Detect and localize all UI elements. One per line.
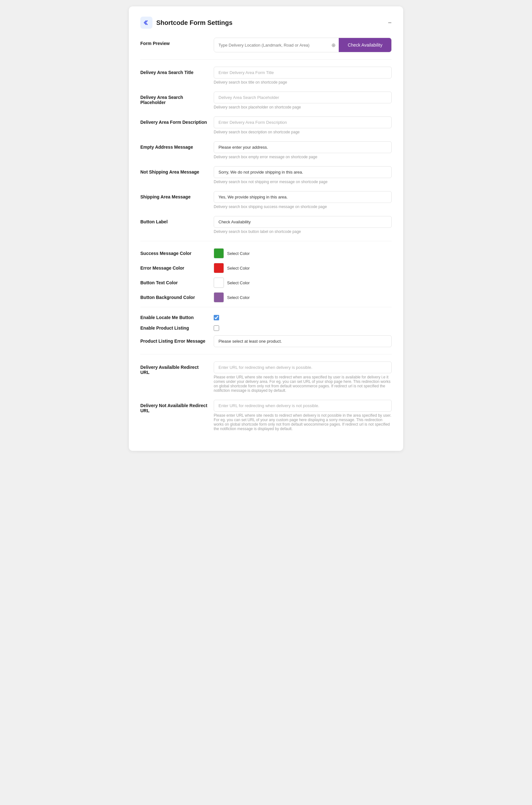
success-message-color-label: Success Message Color <box>140 251 207 256</box>
delivery-available-redirect-url-control: Please enter URL where site needs to red… <box>214 361 392 393</box>
button-background-color-label: Button Background Color <box>140 295 207 300</box>
preview-form: ⊕ Check Availability <box>214 38 392 52</box>
delivery-not-available-redirect-url-control: Please enter URL where site needs to red… <box>214 400 392 431</box>
location-icon: ⊕ <box>328 42 339 48</box>
preview-wrap-container: ⊕ Check Availability <box>214 38 392 52</box>
button-background-color-row: Button Background Color Select Color <box>140 292 392 302</box>
not-shipping-area-message-input[interactable] <box>214 166 392 178</box>
not-shipping-area-message-row: Not Shipping Area Message Delivery searc… <box>140 166 392 184</box>
button-background-color-swatch[interactable] <box>214 292 224 302</box>
divider-4 <box>140 354 392 355</box>
shipping-area-message-hint: Delivery search box shipping success mes… <box>214 205 392 209</box>
shipping-area-message-control: Delivery search box shipping success mes… <box>214 191 392 209</box>
enable-locate-me-button-row: Enable Locate Me Button <box>140 314 392 320</box>
page-title: Shortcode Form Settings <box>156 19 232 26</box>
shipping-area-message-row: Shipping Area Message Delivery search bo… <box>140 191 392 209</box>
delivery-available-redirect-url-label: Delivery Availalble Redirect URL <box>140 361 207 375</box>
delivery-not-available-redirect-url-hint: Please enter URL where site needs to red… <box>214 413 392 431</box>
button-label-control: Delivery search box button label on shor… <box>214 216 392 234</box>
product-listing-error-message-label: Product Listing Error Message <box>140 335 207 344</box>
product-listing-error-message-control <box>214 335 392 347</box>
shipping-area-message-input[interactable] <box>214 191 392 203</box>
delivery-area-form-description-row: Delivery Area Form Description Delivery … <box>140 116 392 134</box>
error-message-color-row: Error Message Color Select Color <box>140 263 392 273</box>
enable-product-listing-checkbox[interactable] <box>214 325 219 331</box>
not-shipping-area-message-label: Not Shipping Area Message <box>140 166 207 174</box>
error-color-select-button[interactable]: Select Color <box>227 266 250 270</box>
delivery-area-search-title-row: Delivey Area Search Title Delivery searc… <box>140 67 392 85</box>
empty-address-message-label: Empty Address Message <box>140 141 207 150</box>
error-message-color-control: Select Color <box>214 263 250 273</box>
delivery-area-search-placeholder-input[interactable] <box>214 92 392 104</box>
delivery-area-search-placeholder-control: Delivery search box placeholder on short… <box>214 92 392 109</box>
empty-address-message-control: Delivery search box empty error message … <box>214 141 392 159</box>
not-shipping-area-message-control: Delivery search box not shipping error m… <box>214 166 392 184</box>
button-text-color-control: Select Color <box>214 278 250 288</box>
divider-1 <box>140 59 392 60</box>
form-preview-label: Form Preview <box>140 38 207 46</box>
not-shipping-area-message-hint: Delivery search box not shipping error m… <box>214 180 392 184</box>
delivery-not-available-redirect-url-label: Delivery Not Availalble Redirect URL <box>140 400 207 413</box>
settings-card: Shortcode Form Settings − Form Preview ⊕… <box>129 6 403 451</box>
delivery-not-available-redirect-url-input[interactable] <box>214 400 392 412</box>
button-label-hint: Delivery search box button label on shor… <box>214 229 392 234</box>
error-message-color-label: Error Message Color <box>140 265 207 270</box>
delivery-area-search-placeholder-hint: Delivery search box placeholder on short… <box>214 105 392 109</box>
empty-address-message-hint: Delivery search box empty error message … <box>214 155 392 159</box>
button-text-color-select-button[interactable]: Select Color <box>227 280 250 285</box>
success-message-color-row: Success Message Color Select Color <box>140 248 392 259</box>
error-color-swatch[interactable] <box>214 263 224 273</box>
preview-search-input[interactable] <box>214 39 328 51</box>
divider-2 <box>140 241 392 241</box>
delivery-area-search-title-input[interactable] <box>214 67 392 78</box>
minimize-button[interactable]: − <box>388 19 392 26</box>
enable-locate-me-button-checkbox[interactable] <box>214 315 219 320</box>
header-left: Shortcode Form Settings <box>140 17 232 29</box>
divider-3 <box>140 307 392 307</box>
product-listing-error-message-input[interactable] <box>214 335 392 347</box>
empty-address-message-input[interactable] <box>214 141 392 153</box>
success-color-swatch[interactable] <box>214 248 224 259</box>
success-message-color-control: Select Color <box>214 248 250 259</box>
success-color-select-button[interactable]: Select Color <box>227 251 250 256</box>
delivery-available-redirect-url-hint: Please enter URL where site needs to red… <box>214 375 392 393</box>
button-text-color-label: Button Text Color <box>140 280 207 285</box>
delivery-area-search-title-label: Delivey Area Search Title <box>140 67 207 75</box>
product-listing-error-message-row: Product Listing Error Message <box>140 335 392 347</box>
delivery-area-form-description-label: Delivery Area Form Description <box>140 116 207 125</box>
delivery-available-redirect-url-row: Delivery Availalble Redirect URL Please … <box>140 361 392 393</box>
chevron-icon <box>143 19 150 26</box>
button-background-color-control: Select Color <box>214 292 250 302</box>
button-text-color-row: Button Text Color Select Color <box>140 278 392 288</box>
delivery-area-search-title-hint: Delivery search box title on shortcode p… <box>214 80 392 85</box>
delivery-available-redirect-url-input[interactable] <box>214 361 392 373</box>
delivery-area-form-description-control: Delivery search box description on short… <box>214 116 392 134</box>
empty-address-message-row: Empty Address Message Delivery search bo… <box>140 141 392 159</box>
button-label-row: Button Label Delivery search box button … <box>140 216 392 234</box>
delivery-area-form-description-input[interactable] <box>214 116 392 128</box>
button-label-input[interactable] <box>214 216 392 228</box>
header: Shortcode Form Settings − <box>140 17 392 29</box>
button-background-color-select-button[interactable]: Select Color <box>227 295 250 300</box>
enable-locate-me-button-label: Enable Locate Me Button <box>140 315 207 320</box>
form-preview-section: Form Preview ⊕ Check Availability <box>140 38 392 52</box>
delivery-area-search-title-control: Delivery search box title on shortcode p… <box>214 67 392 85</box>
button-text-color-swatch[interactable] <box>214 278 224 288</box>
logo-icon <box>140 17 152 29</box>
enable-product-listing-label: Enable Product Listing <box>140 325 207 331</box>
enable-product-listing-row: Enable Product Listing <box>140 325 392 331</box>
button-label-label: Button Label <box>140 216 207 224</box>
delivery-area-search-placeholder-label: Delivey Area Search Placeholder <box>140 92 207 105</box>
shipping-area-message-label: Shipping Area Message <box>140 191 207 200</box>
delivery-not-available-redirect-url-row: Delivery Not Availalble Redirect URL Ple… <box>140 400 392 431</box>
delivery-area-search-placeholder-row: Delivey Area Search Placeholder Delivery… <box>140 92 392 109</box>
delivery-area-form-description-hint: Delivery search box description on short… <box>214 130 392 134</box>
check-availability-button[interactable]: Check Availability <box>339 38 391 52</box>
